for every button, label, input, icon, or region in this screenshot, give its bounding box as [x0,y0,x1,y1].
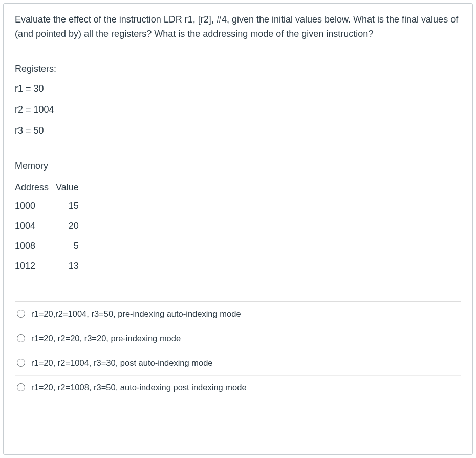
register-line: r3 = 50 [15,124,461,138]
answer-option[interactable]: r1=20, r2=1008, r3=50, auto-indexing pos… [15,376,461,400]
memory-address: 1000 [15,196,56,216]
memory-section: Memory Address Value 1000 15 1004 20 100… [15,159,461,276]
memory-header-address: Address [15,179,56,196]
memory-address: 1012 [15,256,56,276]
radio-icon[interactable] [17,383,25,391]
memory-row: 1004 20 [15,216,79,236]
answer-text: r1=20, r2=1008, r3=50, auto-indexing pos… [31,383,247,392]
answer-option[interactable]: r1=20,r2=1004, r3=50, pre-indexing auto-… [15,302,461,326]
radio-icon[interactable] [17,359,25,367]
memory-value: 5 [56,236,79,256]
answer-option[interactable]: r1=20, r2=1004, r3=30, post auto-indexin… [15,351,461,376]
memory-header-value: Value [56,179,79,196]
memory-row: 1008 5 [15,236,79,256]
memory-address: 1008 [15,236,56,256]
memory-table: Address Value 1000 15 1004 20 1008 5 [15,179,79,276]
memory-row: 1000 15 [15,196,79,216]
registers-section: Registers: r1 = 30 r2 = 1004 r3 = 50 [15,62,461,138]
memory-row: 1012 13 [15,256,79,276]
memory-address: 1004 [15,216,56,236]
answer-text: r1=20, r2=1004, r3=30, post auto-indexin… [31,358,213,368]
answer-option[interactable]: r1=20, r2=20, r3=20, pre-indexing mode [15,326,461,351]
register-line: r1 = 30 [15,82,461,96]
radio-icon[interactable] [17,334,25,342]
question-prompt: Evaluate the effect of the instruction L… [15,13,461,41]
radio-icon[interactable] [17,310,25,318]
question-card: Evaluate the effect of the instruction L… [3,3,473,455]
registers-label: Registers: [15,62,461,76]
memory-value: 20 [56,216,79,236]
answer-text: r1=20, r2=20, r3=20, pre-indexing mode [31,334,181,343]
memory-label: Memory [15,159,461,173]
register-line: r2 = 1004 [15,103,461,117]
memory-value: 15 [56,196,79,216]
memory-value: 13 [56,256,79,276]
answer-text: r1=20,r2=1004, r3=50, pre-indexing auto-… [31,309,241,319]
answers-list: r1=20,r2=1004, r3=50, pre-indexing auto-… [15,301,461,400]
